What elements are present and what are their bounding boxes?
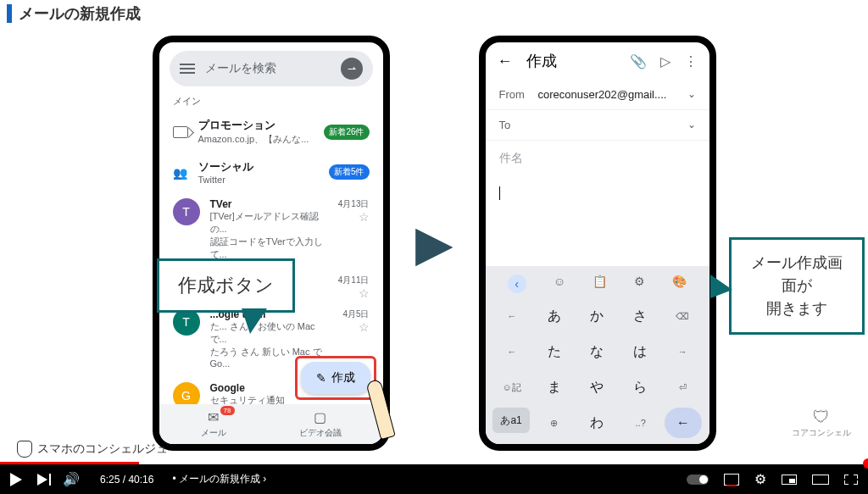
time-display: 6:25 / 40:16 (100, 474, 153, 486)
from-value: coreconuser202@gmail.... (538, 88, 679, 101)
play-button[interactable] (10, 473, 22, 486)
kb-collapse-icon[interactable]: ‹ (508, 275, 526, 293)
callout-line2: 開きます (750, 297, 843, 320)
compose-label: 作成 (331, 370, 355, 386)
key[interactable]: た (535, 336, 574, 367)
key[interactable]: ら (620, 372, 659, 402)
search-bar[interactable]: メールを検索 ⇀ (170, 51, 373, 86)
email-subject: た... さん、お使いの Mac で... (210, 320, 333, 346)
key[interactable]: あ (535, 301, 574, 331)
nav-mail[interactable]: ✉ 78 メール (201, 409, 226, 439)
section-label: メイン (159, 92, 383, 111)
autoplay-toggle[interactable] (687, 475, 709, 485)
key[interactable]: や (577, 372, 616, 402)
chevron-down-icon[interactable]: ⌄ (687, 88, 696, 101)
subject-field[interactable]: 件名 (486, 141, 709, 176)
email-sender: TVer (210, 198, 328, 210)
key-mode[interactable]: あa1 (492, 408, 530, 433)
video-icon: ▢ (314, 409, 326, 425)
miniplayer-button[interactable] (782, 475, 797, 485)
key[interactable]: か (577, 301, 616, 331)
key[interactable]: ⊕ (534, 408, 573, 438)
callout-compose-button: 作成ボタン (157, 258, 295, 313)
text-cursor (499, 186, 500, 200)
key[interactable]: は (620, 336, 659, 367)
keyboard-toolbar: ‹ ☺ 📋 ⚙ 🎨 (489, 269, 706, 298)
kb-settings-icon[interactable]: ⚙ (634, 275, 645, 293)
cat-title: プロモーション (198, 118, 314, 133)
email-subject: [TVer]メールアドレス確認の... (210, 210, 328, 236)
key[interactable]: → (663, 336, 702, 367)
pointing-finger-icon (356, 380, 398, 456)
key-emoji[interactable]: ☺記 (492, 372, 531, 402)
left-phone: メールを検索 ⇀ メイン プロモーション Amazon.co.jp、【みんな..… (153, 36, 390, 451)
pencil-icon: ✎ (316, 371, 326, 385)
brand-text: コアコンシェル (792, 428, 851, 437)
search-placeholder: メールを検索 (205, 61, 341, 76)
key[interactable]: さ (620, 301, 659, 331)
watermark-text: スマホのコンシェルジュ (37, 441, 168, 457)
brand-icon: 🛡 (792, 408, 851, 427)
chevron-down-icon[interactable]: ⌄ (687, 119, 696, 131)
new-badge: 新着26件 (324, 125, 369, 140)
people-icon: 👥 (173, 166, 188, 178)
watermark: スマホのコンシェルジュ (17, 441, 168, 458)
category-social[interactable]: 👥 ソーシャル Twitter 新着5件 (159, 153, 383, 191)
keyboard: ‹ ☺ 📋 ⚙ 🎨 ← あ か さ ⌫ ← た (486, 266, 709, 444)
theater-button[interactable] (812, 475, 829, 485)
back-icon[interactable]: ← (498, 53, 513, 70)
kb-clipboard-icon[interactable]: 📋 (593, 275, 607, 293)
nav-video[interactable]: ▢ ビデオ会議 (299, 409, 342, 439)
kb-palette-icon[interactable]: 🎨 (672, 275, 687, 293)
key-backspace[interactable]: ⌫ (663, 301, 702, 331)
callout-compose-screen: メール作成画面が 開きます (729, 237, 865, 335)
title-marker (7, 4, 12, 23)
to-label: To (499, 119, 530, 131)
next-button[interactable] (37, 474, 47, 486)
from-field[interactable]: From coreconuser202@gmail.... ⌄ (486, 80, 709, 110)
new-badge: 新着5件 (329, 164, 370, 180)
cat-sub: Twitter (198, 175, 319, 185)
compose-header: ← 作成 📎 ▷ ⋮ (486, 42, 709, 80)
star-icon[interactable]: ☆ (359, 210, 370, 224)
duration: 40:16 (128, 474, 153, 486)
subtitles-button[interactable] (724, 474, 739, 486)
chapter-title[interactable]: • メールの新規作成 › (172, 472, 266, 486)
attachment-icon[interactable]: 📎 (630, 53, 647, 69)
more-icon[interactable]: ⋮ (684, 53, 698, 69)
settings-button[interactable]: ⚙ (754, 471, 766, 487)
to-value (538, 119, 679, 131)
current-time: 6:25 (100, 474, 120, 486)
slide-title: メールの新規作成 (19, 3, 141, 24)
user-avatar-icon[interactable]: ⇀ (341, 58, 363, 80)
volume-button[interactable]: 🔊 (63, 471, 80, 487)
fullscreen-button[interactable] (844, 475, 858, 485)
cat-sub: Amazon.co.jp、【みんな... (198, 133, 314, 146)
shield-icon (17, 441, 32, 458)
email-body[interactable] (486, 176, 709, 227)
bottom-nav: ✉ 78 メール ▢ ビデオ会議 (159, 404, 383, 444)
email-row[interactable]: T TVer [TVer]メールアドレス確認の... 認証コードをTVerで入力… (159, 191, 383, 268)
star-icon[interactable]: ☆ (359, 286, 370, 300)
kb-emoji-icon[interactable]: ☺ (554, 275, 565, 293)
key[interactable]: わ (577, 408, 616, 438)
to-field[interactable]: To ⌄ (486, 110, 709, 141)
email-date: 4月5日 (342, 308, 369, 320)
key[interactable]: ..? (621, 408, 660, 438)
mail-icon: ✉ (208, 409, 219, 425)
mail-badge: 78 (220, 406, 235, 415)
email-date: 4月13日 (338, 198, 370, 210)
sender-avatar: T (173, 198, 200, 225)
key[interactable]: ← (492, 301, 531, 331)
player-controls: 🔊 6:25 / 40:16 • メールの新規作成 › ⚙ (0, 464, 868, 494)
key-action[interactable]: ← (665, 408, 702, 438)
key[interactable]: ← (492, 336, 531, 367)
star-icon[interactable]: ☆ (359, 320, 370, 334)
key[interactable]: な (577, 336, 616, 367)
key-enter[interactable]: ⏎ (663, 372, 702, 402)
tag-icon (173, 126, 188, 138)
send-icon[interactable]: ▷ (660, 53, 670, 69)
category-promotions[interactable]: プロモーション Amazon.co.jp、【みんな... 新着26件 (159, 111, 383, 153)
hamburger-icon[interactable] (180, 64, 195, 74)
key[interactable]: ま (535, 372, 574, 402)
